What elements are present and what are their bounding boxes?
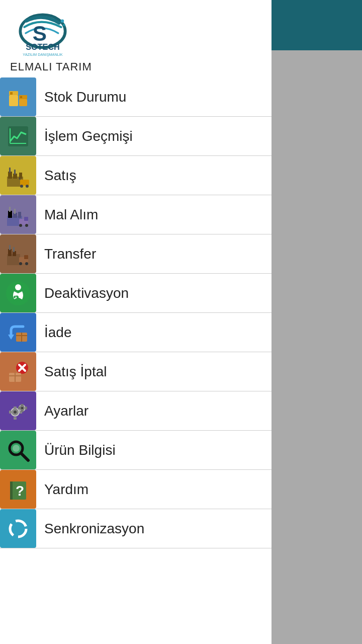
company-name: ELMALI TARIM [10, 60, 261, 73]
islem-icon [0, 117, 36, 155]
svg-point-42 [19, 262, 22, 265]
stok-label: Stok Durumu [36, 89, 126, 105]
header: S SOTECH YAZILIM DANIŞMANLIK ELMALI TARI… [0, 0, 272, 77]
menu-list: Stok Durumu İşlem Geçmişi [0, 77, 272, 644]
satis-icon [0, 156, 36, 195]
senkron-label: Senkronizasyon [36, 521, 144, 537]
menu-item-urun[interactable]: Ürün Bilgisi [0, 431, 272, 470]
malalim-label: Mal Alım [36, 207, 98, 223]
svg-rect-63 [14, 417, 17, 420]
svg-rect-78 [10, 481, 13, 500]
stok-icon [0, 77, 36, 116]
urun-icon [0, 431, 36, 469]
logo-icon: S SOTECH YAZILIM DANIŞMANLIK [10, 8, 75, 58]
deaktiv-icon: ♻ [0, 274, 36, 312]
menu-item-satis[interactable]: Satış [0, 156, 272, 195]
menu-item-iade[interactable]: İade [0, 313, 272, 352]
svg-rect-62 [14, 407, 17, 409]
svg-rect-41 [24, 255, 28, 259]
svg-rect-39 [13, 247, 15, 252]
svg-rect-36 [8, 249, 12, 256]
satisiptal-label: Satış İptal [36, 364, 107, 380]
svg-rect-6 [9, 95, 18, 106]
senkron-icon [0, 509, 36, 548]
satisiptal-icon [0, 352, 36, 391]
urun-label: Ürün Bilgisi [36, 442, 116, 458]
iade-icon [0, 313, 36, 352]
svg-point-45 [15, 284, 21, 290]
menu-item-yardim[interactable]: ? Yardım [0, 470, 272, 509]
svg-text:♻: ♻ [11, 293, 21, 306]
ayarlar-icon [0, 391, 36, 430]
transfer-label: Transfer [36, 246, 96, 262]
svg-point-23 [26, 185, 29, 188]
svg-rect-11 [20, 96, 22, 98]
svg-rect-71 [25, 407, 27, 410]
svg-rect-16 [8, 172, 12, 179]
islem-label: İşlem Geçmişi [36, 128, 133, 144]
svg-point-22 [20, 185, 23, 188]
malalim-icon [0, 195, 36, 234]
svg-rect-20 [14, 170, 16, 175]
yardim-label: Yardım [36, 481, 88, 498]
menu-item-malalim[interactable]: Mal Alım [0, 195, 272, 234]
svg-rect-68 [21, 404, 24, 406]
logo-area: S SOTECH YAZILIM DANIŞMANLIK [10, 8, 261, 58]
svg-text:YAZILIM DANIŞMANLIK: YAZILIM DANIŞMANLIK [23, 52, 62, 57]
svg-rect-32 [24, 217, 28, 221]
svg-point-34 [25, 224, 28, 227]
svg-point-75 [13, 445, 20, 452]
svg-point-2 [61, 19, 64, 23]
svg-rect-38 [9, 245, 11, 250]
svg-text:SOTECH: SOTECH [26, 42, 60, 51]
iade-label: İade [36, 325, 72, 341]
svg-point-61 [14, 411, 17, 414]
svg-rect-29 [9, 207, 11, 212]
menu-item-deaktiv[interactable]: ♻ Deaktivasyon [0, 274, 272, 313]
svg-rect-7 [19, 99, 27, 106]
menu-item-satisiptal[interactable]: Satış İptal [0, 352, 272, 391]
svg-point-67 [21, 407, 23, 409]
side-panel-bottom [272, 50, 362, 644]
svg-rect-26 [8, 211, 12, 218]
menu-item-islem[interactable]: İşlem Geçmişi [0, 117, 272, 156]
menu-item-stok[interactable]: Stok Durumu [0, 77, 272, 117]
svg-point-33 [19, 224, 22, 227]
svg-rect-69 [21, 410, 24, 412]
ayarlar-label: Ayarlar [36, 403, 88, 419]
yardim-icon: ? [0, 470, 36, 509]
side-panel-top [272, 0, 362, 50]
svg-rect-28 [18, 212, 21, 218]
svg-point-3 [63, 24, 65, 26]
svg-point-43 [25, 262, 28, 265]
menu-item-transfer[interactable]: Transfer [0, 234, 272, 274]
svg-rect-10 [10, 92, 13, 95]
svg-rect-19 [9, 168, 11, 173]
svg-rect-70 [18, 407, 20, 410]
svg-text:S: S [33, 22, 47, 45]
svg-text:?: ? [16, 483, 24, 499]
svg-rect-30 [14, 209, 16, 214]
menu-item-senkron[interactable]: Senkronizasyon [0, 509, 272, 548]
satis-label: Satış [36, 168, 76, 184]
main-panel: S SOTECH YAZILIM DANIŞMANLIK ELMALI TARI… [0, 0, 272, 644]
transfer-icon [0, 234, 36, 273]
deaktiv-label: Deaktivasyon [36, 285, 129, 301]
menu-item-ayarlar[interactable]: Ayarlar [0, 391, 272, 431]
svg-rect-64 [9, 411, 12, 414]
